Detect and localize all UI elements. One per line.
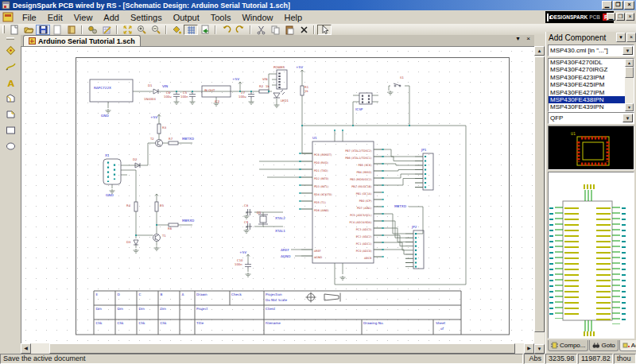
color-fill-button[interactable] [169,25,184,35]
component-list-item[interactable]: MSP430F4270IRGZ [549,66,625,73]
add-connection-button[interactable] [2,59,18,74]
tab-label: Goto [601,342,615,349]
vertical-scroll-thumb[interactable] [534,56,545,332]
ic2-pins: IN OUT [204,88,215,92]
vertical-scrollbar[interactable]: ▲ ▼ [534,46,545,354]
add-shape-polygon-button[interactable] [2,91,18,106]
d1-value: 1N4004 [144,97,157,101]
menu-item[interactable]: Edit [42,12,68,23]
designspark-brand-badge: DESIGNSPARK PCB RS [545,11,614,23]
designspark-pcb-window: { "window": { "title": "DesignSpark PCB … [0,0,636,364]
goto-sheet-button[interactable] [198,25,212,35]
settings-gears-button[interactable] [85,25,99,35]
toolbar-separator [215,25,216,34]
close-document-button[interactable] [50,25,64,35]
scroll-down-button[interactable]: ▼ [534,344,545,354]
p5v-net-label: +5V [150,115,157,119]
component-list-item[interactable]: MSP430FE427IPM [549,89,625,96]
menu-item[interactable]: Tools [205,12,237,23]
save-document-button[interactable] [36,25,50,35]
minimize-button[interactable]: ▁ [602,1,612,10]
application-icon[interactable] [2,1,10,10]
restore-button[interactable]: ❐ [613,1,623,10]
xtal1-net-label: XTAL1 [275,229,285,233]
schematic-canvas[interactable]: EDCBA Drawn Check Projection Do Not Scal… [21,46,534,343]
redo-button[interactable] [233,25,247,35]
component-list-item[interactable]: MSP430FE439IPN [549,103,625,110]
component-list-item[interactable]: MSP430FE425IPM [549,81,625,88]
horizontal-scrollbar[interactable]: ◀ ▶ [21,343,534,354]
list-scroll-thumb[interactable] [625,67,634,78]
select-mode-button[interactable] [317,25,332,35]
design-technology-button[interactable] [99,25,114,35]
zoom-out-button[interactable] [149,25,163,35]
u1-left-pin-label: PD0 (RXD) [314,161,329,165]
close-button[interactable]: × [624,1,634,10]
cut-button[interactable] [254,25,268,35]
menu-item[interactable]: View [68,12,99,23]
u1-left-pin-label: PC6 (/RESET) [314,153,332,157]
add-shape-rectangle-button[interactable] [2,122,18,137]
scroll-left-button[interactable]: ◀ [21,343,31,354]
add-component-button[interactable] [2,43,18,58]
add-shape-circle-button[interactable] [2,138,18,153]
dropdown-arrow-icon[interactable]: ▼ [622,46,633,55]
list-scrollbar[interactable]: ▲ ▼ [625,59,634,111]
menu-item[interactable]: Window [236,12,278,23]
menu-item[interactable]: File [17,12,42,23]
jp1-ref: JP1 [421,148,427,152]
undo-button[interactable] [219,25,233,35]
titleblock-sheet: Sheet [436,321,445,325]
tab-add-component[interactable]: Add Co... [619,340,636,351]
open-document-button[interactable] [21,25,36,35]
menu-item[interactable]: Help [279,12,308,23]
menu-item[interactable]: Settings [125,12,168,23]
scroll-up-button[interactable]: ▲ [534,46,545,56]
tab-menu-button[interactable]: ▾ [514,36,522,44]
panel-menu-button[interactable]: ▾ [616,33,626,42]
component-list[interactable]: MSP430F4270IDLMSP430F4270IRGZMSP430FE423… [548,58,634,112]
panel-header: Add Component ▾ × [546,32,636,44]
symbol-preview [548,172,634,339]
document-icon[interactable] [2,12,14,22]
delete-button[interactable] [297,25,311,35]
tab-close-button[interactable]: × [524,36,533,44]
add-shape-path-button[interactable] [2,106,18,122]
title-block-labels: EDCBA Drawn Check Projection Do Not Scal… [96,292,446,331]
horizontal-scroll-thumb[interactable] [49,343,515,354]
new-document-button[interactable] [7,25,21,35]
package-filter-combo[interactable]: QFP ▼ [548,112,634,124]
toolbar-grip[interactable] [2,25,5,33]
paste-button[interactable] [282,25,297,35]
tab-components[interactable]: Compo... [548,340,588,351]
component-list-item[interactable]: MSP430F4270IDL [549,59,625,66]
mdi-minimize-button[interactable]: ▁ [607,13,615,21]
component-list-item[interactable]: MSP430FE423IPM [549,74,625,81]
mdi-close-button[interactable]: × [626,13,634,21]
grid-toggle-button[interactable] [184,25,198,35]
zoom-view-extents-button[interactable] [120,25,134,35]
mdi-restore-button[interactable]: ❐ [616,13,625,21]
document-tab[interactable]: Arduino Serial Tutorial 1.sch [23,35,141,46]
tab-goto[interactable]: Goto [589,340,618,351]
u1-right-pin-label: PB5 (SCK) [359,164,373,167]
u1-left-pin-label: AGND [314,256,322,259]
copy-button[interactable] [268,25,282,35]
list-scroll-up-button[interactable]: ▲ [625,59,634,67]
panel-close-button[interactable]: × [626,33,636,42]
toolbar-grip[interactable] [6,37,14,40]
list-scroll-down-button[interactable]: ▼ [625,103,634,111]
power-header-label: POWER [273,65,285,69]
menu-item[interactable]: Output [168,12,205,23]
cursor-y-coordinate: 11987.82 [578,354,613,364]
library-button[interactable] [64,25,79,35]
dropdown-arrow-icon[interactable]: ▼ [622,114,633,122]
r2-value: 1k [266,84,270,88]
zoom-in-button[interactable] [134,25,149,35]
component-list-item[interactable]: MSP430FE438IPN [549,96,625,103]
library-filter-combo[interactable]: MSP430.cml [in "..."] ▼ [548,45,634,56]
menu-item[interactable]: Add [98,12,125,23]
add-text-button[interactable]: A [2,75,18,90]
scroll-right-button[interactable]: ▶ [524,343,534,354]
d1-ref: D1 [148,83,153,87]
